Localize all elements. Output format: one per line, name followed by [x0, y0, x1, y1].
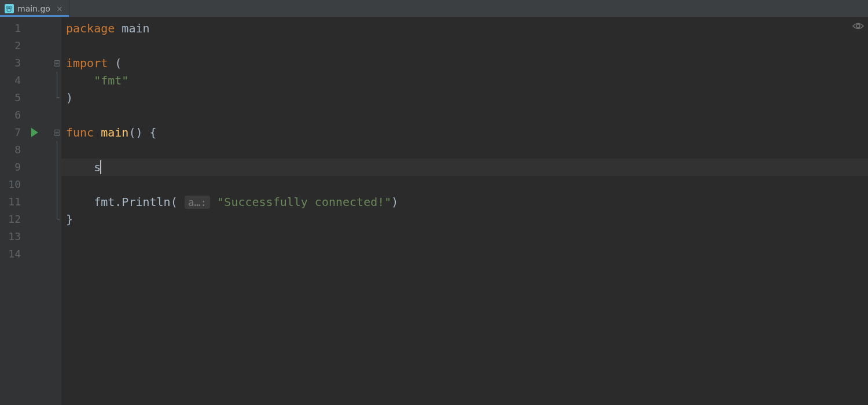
indent — [66, 160, 94, 174]
func-main: main — [101, 126, 128, 139]
fold-gap — [52, 20, 61, 37]
indent — [66, 195, 94, 209]
code-line[interactable] — [61, 141, 868, 159]
code-line[interactable] — [61, 106, 868, 124]
svg-rect-4 — [7, 9, 11, 12]
svg-point-2 — [7, 7, 8, 8]
dot: . — [115, 195, 122, 209]
line-number[interactable]: 11 — [0, 193, 52, 211]
line-number[interactable]: 4 — [0, 72, 52, 89]
line-number[interactable]: 6 — [0, 106, 52, 124]
identifier-main: main — [122, 21, 149, 35]
code-line[interactable]: } — [61, 211, 868, 228]
line-number[interactable]: 3 — [0, 54, 52, 72]
gutter[interactable]: 1 2 3 4 5 6 7 8 9 10 11 12 13 14 — [0, 17, 52, 405]
line-number-text: 7 — [14, 126, 21, 138]
parens: () — [128, 126, 142, 139]
svg-point-3 — [10, 7, 11, 8]
fold-open-icon[interactable] — [52, 54, 61, 72]
paren-open: ( — [171, 195, 178, 209]
fold-line — [52, 193, 61, 211]
tab-label: main.go — [17, 4, 50, 13]
line-number[interactable]: 13 — [0, 228, 52, 245]
keyword-func: func — [66, 126, 94, 139]
fold-line — [52, 159, 61, 176]
line-number[interactable]: 5 — [0, 89, 52, 106]
code-line[interactable] — [61, 228, 868, 245]
line-number[interactable]: 12 — [0, 211, 52, 228]
code-line[interactable]: ) — [61, 89, 868, 106]
string-arg: "Successfully connected!" — [217, 195, 391, 209]
fold-gap — [52, 228, 61, 245]
fold-gap — [52, 37, 61, 54]
brace-close: } — [66, 212, 73, 226]
indent — [66, 73, 94, 87]
line-number[interactable]: 8 — [0, 141, 52, 159]
go-file-icon — [5, 4, 14, 13]
code-line[interactable]: import ( — [61, 54, 868, 72]
code-area[interactable]: package main import ( "fmt" ) func main(… — [61, 17, 868, 405]
code-line[interactable] — [61, 176, 868, 193]
code-line[interactable]: package main — [61, 20, 868, 37]
fold-gap — [52, 245, 61, 263]
editor: 1 2 3 4 5 6 7 8 9 10 11 12 13 14 — [0, 17, 868, 405]
brace-open: { — [150, 126, 157, 139]
line-number[interactable]: 9 — [0, 159, 52, 176]
line-number[interactable]: 14 — [0, 245, 52, 263]
code-line[interactable]: func main() { — [61, 124, 868, 141]
tab-bar: main.go × — [0, 0, 868, 17]
run-gutter-icon[interactable] — [31, 128, 38, 137]
param-hint: a…: — [185, 196, 211, 209]
line-number[interactable]: 7 — [0, 124, 52, 141]
keyword-package: package — [66, 21, 115, 35]
keyword-import: import — [66, 56, 108, 70]
fold-column — [52, 17, 61, 405]
fold-line — [52, 141, 61, 159]
space — [210, 195, 217, 209]
line-number[interactable]: 2 — [0, 37, 52, 54]
paren-close: ) — [66, 91, 73, 105]
fold-line — [52, 72, 61, 89]
fold-open-icon[interactable] — [52, 124, 61, 141]
line-number[interactable]: 1 — [0, 20, 52, 37]
ident-fmt: fmt — [94, 195, 115, 209]
code-line[interactable]: fmt.Println( a…: "Successfully connected… — [61, 193, 868, 211]
code-line[interactable] — [61, 245, 868, 263]
fold-gap — [52, 106, 61, 124]
code-line[interactable] — [61, 37, 868, 54]
paren-open: ( — [115, 56, 122, 70]
close-icon[interactable]: × — [56, 5, 63, 13]
fold-close-icon[interactable] — [52, 211, 61, 228]
string-fmt: "fmt" — [94, 73, 128, 87]
tab-main-go[interactable]: main.go × — [0, 0, 69, 17]
line-number[interactable]: 10 — [0, 176, 52, 193]
code-line[interactable]: "fmt" — [61, 72, 868, 89]
fold-line — [52, 176, 61, 193]
caret-icon — [100, 160, 101, 174]
code-line-current[interactable]: s — [61, 159, 868, 176]
paren-close: ) — [391, 195, 398, 209]
fold-close-icon[interactable] — [52, 89, 61, 106]
ident-println: Println — [122, 195, 170, 209]
